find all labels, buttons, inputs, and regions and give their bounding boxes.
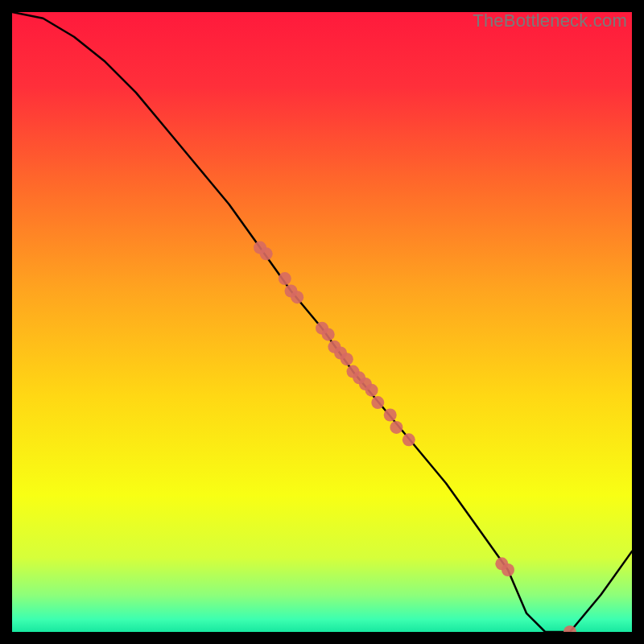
data-point: [502, 564, 514, 576]
data-point: [260, 247, 273, 260]
data-point: [384, 409, 397, 422]
data-point: [371, 396, 384, 409]
watermark-text: TheBottleneck.com: [473, 10, 627, 31]
data-point: [322, 328, 335, 341]
data-point: [402, 433, 415, 446]
data-point: [365, 384, 378, 397]
chart-svg: [12, 12, 632, 632]
chart-frame: TheBottleneck.com: [12, 12, 632, 632]
data-point: [341, 353, 353, 365]
data-point: [291, 291, 303, 303]
data-point: [279, 272, 291, 285]
data-point: [390, 421, 402, 434]
